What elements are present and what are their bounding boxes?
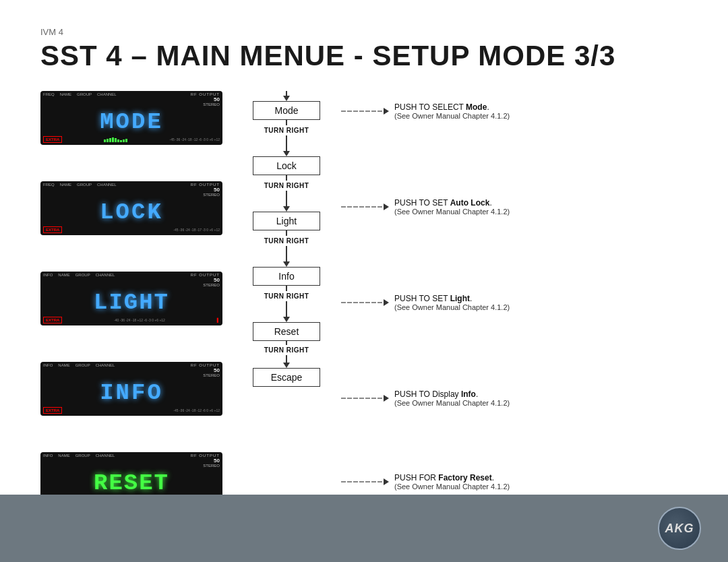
flow-box-info: Info [253,267,320,286]
screen-mode: FREQNAMEGROUPCHANNEL RF OUTPUT 50 STEREO… [40,91,222,145]
desc-reset-text: PUSH FOR Factory Reset. [394,473,510,482]
turn-right-label-4: TURN RIGHT [264,291,309,301]
connector-info-reset: TURN RIGHT [264,286,309,322]
extra-badge-mode: EXTRA [43,136,62,143]
desc-reset-sub: (See Owner Manual Chapter 4.1.2) [394,482,510,491]
screen-light: INFONAMEGROUPCHANNEL RF OUTPUT50STEREO L… [40,272,222,325]
connector-reset-escape: TURN RIGHT [264,341,309,368]
connector-light-info: TURN RIGHT [264,230,309,267]
diagram-area: FREQNAMEGROUPCHANNEL RF OUTPUT 50 STEREO… [40,91,688,539]
akg-logo: AKG [658,507,701,550]
screen-info: INFONAMEGROUPCHANNEL RF OUTPUT50STEREO I… [40,362,222,416]
screens-column: FREQNAMEGROUPCHANNEL RF OUTPUT 50 STEREO… [40,91,229,506]
flow-box-reset: Reset [253,322,320,341]
desc-mode: PUSH TO SELECT Mode. (See Owner Manual C… [341,101,688,121]
turn-right-label-2: TURN RIGHT [264,181,309,191]
desc-mode-sub: (See Owner Manual Chapter 4.1.2) [394,112,510,120]
turn-right-label-1: TURN RIGHT [264,125,309,135]
flow-box-lock: Lock [253,156,320,175]
connector-mode-lock: TURN RIGHT [264,120,309,156]
flow-box-light: Light [253,212,320,230]
footer: AKG [0,495,728,562]
desc-light-text: PUSH TO SET Light. [394,294,510,303]
entry-arrow [283,91,290,101]
descriptions-column: PUSH TO SELECT Mode. (See Owner Manual C… [341,91,688,539]
turn-right-label-3: TURN RIGHT [264,236,309,246]
desc-light: PUSH TO SET Light. (See Owner Manual Cha… [341,292,688,313]
desc-mode-text: PUSH TO SELECT Mode. [394,102,510,112]
main-content: IVM 4 SST 4 – MAIN MENUE - SETUP MODE 3/… [0,0,728,539]
desc-info: PUSH TO Display Info. (See Owner Manual … [341,388,688,408]
desc-info-text: PUSH TO Display Info. [394,389,510,399]
center-flow: Mode TURN RIGHT Lock TURN RIGHT Light [243,91,330,387]
turn-right-label-5: TURN RIGHT [264,345,309,355]
flow-box-escape: Escape [253,368,320,387]
subtitle: IVM 4 [40,27,688,37]
desc-reset: PUSH FOR Factory Reset. (See Owner Manua… [341,472,688,492]
desc-info-sub: (See Owner Manual Chapter 4.1.2) [394,399,510,407]
title: SST 4 – MAIN MENUE - SETUP MODE 3/3 [40,40,688,72]
screen-lock: FREQNAMEGROUPCHANNEL RF OUTPUT50STEREO L… [40,181,222,235]
desc-light-sub: (See Owner Manual Chapter 4.1.2) [394,303,510,311]
connector-lock-light: TURN RIGHT [264,175,309,212]
akg-logo-text: AKG [665,522,694,536]
desc-lock-text: PUSH TO SET Auto Lock. [394,198,510,208]
desc-lock: PUSH TO SET Auto Lock. (See Owner Manual… [341,197,688,217]
desc-lock-sub: (See Owner Manual Chapter 4.1.2) [394,208,510,216]
flow-box-mode: Mode [253,101,320,120]
